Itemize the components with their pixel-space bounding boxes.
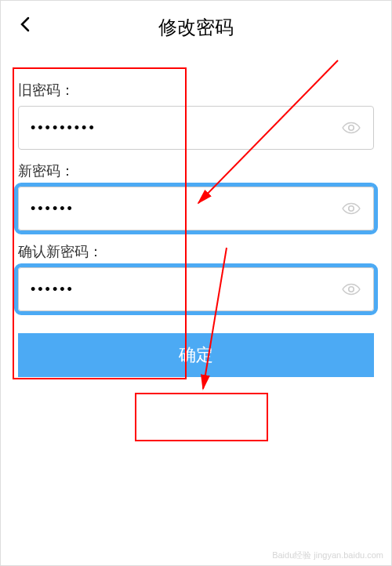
confirm-password-group: 确认新密码： ••••••: [18, 242, 374, 311]
annotation-box-submit: [135, 393, 268, 441]
old-password-input[interactable]: •••••••••: [31, 120, 341, 136]
confirm-password-label: 确认新密码：: [18, 242, 374, 261]
old-password-group: 旧密码： •••••••••: [18, 81, 374, 150]
svg-point-2: [349, 287, 354, 292]
new-password-input-wrapper[interactable]: ••••••: [18, 187, 374, 230]
confirm-password-input[interactable]: ••••••: [31, 281, 341, 298]
password-form: 旧密码： ••••••••• 新密码： •••••• 确认新密码：: [1, 48, 391, 311]
submit-button[interactable]: 确定: [18, 333, 374, 377]
page-title: 修改密码: [158, 15, 234, 40]
new-password-group: 新密码： ••••••: [18, 161, 374, 230]
watermark: Baidu经验 jingyan.baidu.com: [272, 550, 383, 561]
new-password-input[interactable]: ••••••: [31, 201, 341, 217]
header: 修改密码: [1, 1, 391, 48]
svg-point-1: [349, 206, 354, 212]
old-password-input-wrapper[interactable]: •••••••••: [18, 106, 374, 150]
eye-icon[interactable]: [341, 198, 361, 219]
svg-point-0: [349, 125, 354, 131]
eye-icon[interactable]: [341, 118, 361, 138]
confirm-password-input-wrapper[interactable]: ••••••: [18, 267, 374, 311]
chevron-left-icon: [16, 15, 35, 34]
new-password-label: 新密码：: [18, 161, 374, 180]
old-password-label: 旧密码：: [18, 81, 374, 100]
back-button[interactable]: [16, 15, 35, 34]
eye-icon[interactable]: [341, 279, 361, 299]
